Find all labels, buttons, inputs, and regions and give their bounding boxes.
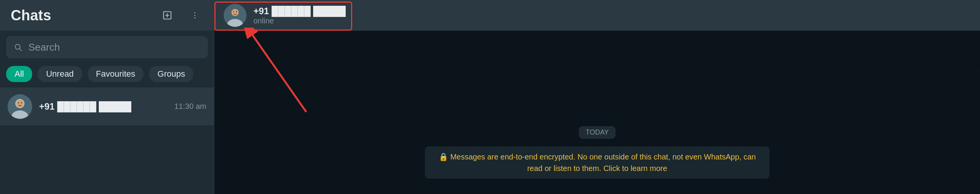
chat-contact-name: +91 ██████ █████ xyxy=(253,6,971,16)
date-badge: TODAY xyxy=(579,126,616,139)
tab-groups[interactable]: Groups xyxy=(149,66,193,82)
system-message[interactable]: 🔒 Messages are end-to-end encrypted. No … xyxy=(230,146,965,179)
header-icons xyxy=(159,7,203,24)
chat-time: 11:30 am xyxy=(175,102,206,111)
chat-area: +91 ██████ █████ online TODAY 🔒 Messages… xyxy=(214,0,980,194)
list-item[interactable]: +91 ██████ █████ 11:30 am xyxy=(0,87,214,126)
svg-line-7 xyxy=(20,49,21,51)
svg-point-4 xyxy=(194,15,196,16)
search-icon xyxy=(14,43,22,51)
search-input[interactable] xyxy=(28,41,200,53)
svg-point-5 xyxy=(194,17,196,18)
chat-name: +91 ██████ █████ xyxy=(39,101,131,112)
sidebar-header: Chats xyxy=(0,0,214,31)
chat-header-info: +91 ██████ █████ online xyxy=(253,6,971,25)
chat-list: +91 ██████ █████ 11:30 am xyxy=(0,87,214,194)
chat-contact-status: online xyxy=(253,16,971,25)
svg-point-15 xyxy=(232,9,239,16)
avatar xyxy=(8,94,32,119)
tab-unread[interactable]: Unread xyxy=(38,66,82,82)
new-chat-button[interactable] xyxy=(159,7,176,24)
svg-point-17 xyxy=(236,11,237,12)
svg-point-13 xyxy=(21,102,22,103)
svg-point-16 xyxy=(233,11,234,12)
chat-header-avatar[interactable] xyxy=(224,4,247,27)
search-bar xyxy=(6,36,208,58)
tab-all[interactable]: All xyxy=(6,66,32,82)
encryption-notice: 🔒 Messages are end-to-end encrypted. No … xyxy=(425,146,769,179)
date-divider: TODAY xyxy=(230,126,965,139)
sidebar: Chats xyxy=(0,0,214,194)
menu-button[interactable] xyxy=(186,7,203,24)
svg-point-3 xyxy=(194,12,196,13)
chat-header: +91 ██████ █████ online xyxy=(214,0,980,31)
chat-messages: TODAY 🔒 Messages are end-to-end encrypte… xyxy=(214,31,980,194)
svg-point-12 xyxy=(18,102,19,103)
chat-info: +91 ██████ █████ xyxy=(39,101,168,112)
filter-tabs: All Unread Favourites Groups xyxy=(0,64,214,87)
svg-point-11 xyxy=(16,100,24,107)
sidebar-title: Chats xyxy=(11,7,51,24)
tab-favourites[interactable]: Favourites xyxy=(88,66,144,82)
